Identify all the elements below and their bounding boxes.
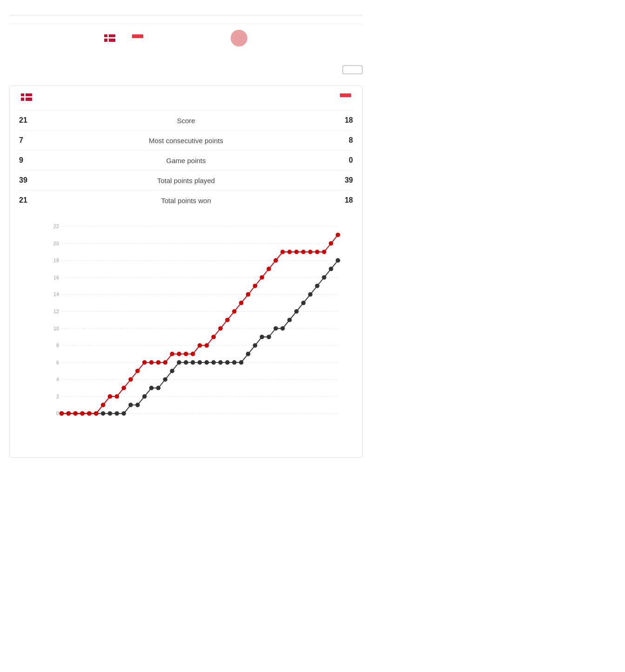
svg-point-84 bbox=[191, 352, 195, 356]
stat-label: Total points played bbox=[47, 177, 325, 184]
stat-label: Game points bbox=[47, 157, 325, 165]
tabs-container bbox=[303, 65, 363, 74]
svg-point-56 bbox=[280, 326, 285, 331]
table-header bbox=[9, 20, 363, 24]
svg-point-75 bbox=[128, 377, 133, 382]
stat-value-left: 39 bbox=[19, 176, 47, 184]
svg-text:20: 20 bbox=[53, 241, 59, 246]
svg-point-68 bbox=[80, 411, 85, 416]
svg-text:22: 22 bbox=[53, 224, 59, 229]
svg-point-34 bbox=[128, 403, 133, 408]
stat-value-right: 18 bbox=[325, 116, 353, 125]
svg-point-35 bbox=[135, 403, 140, 408]
stat-value-right: 18 bbox=[325, 196, 353, 204]
points-chart: 0246810121416182022 bbox=[38, 217, 353, 431]
stats-header-row bbox=[9, 65, 363, 82]
svg-point-86 bbox=[205, 343, 209, 348]
stat-value-left: 9 bbox=[19, 156, 47, 165]
stat-value-left: 21 bbox=[19, 116, 47, 125]
vs-badge bbox=[231, 30, 247, 46]
stat-row: 39 Total points played 39 bbox=[19, 170, 353, 190]
svg-text:16: 16 bbox=[53, 275, 59, 280]
stats-card: 21 Score 18 7 Most consecutive points 8 … bbox=[9, 86, 363, 458]
svg-point-71 bbox=[101, 403, 106, 408]
tab-game2[interactable] bbox=[342, 65, 363, 74]
score-container bbox=[223, 30, 316, 46]
svg-text:14: 14 bbox=[53, 291, 59, 297]
svg-text:0: 0 bbox=[56, 411, 59, 416]
tab-match[interactable] bbox=[303, 66, 323, 74]
svg-point-41 bbox=[177, 360, 181, 365]
stat-value-left: 7 bbox=[19, 136, 47, 145]
svg-point-49 bbox=[232, 360, 237, 365]
svg-point-50 bbox=[239, 360, 244, 365]
chart-container: 0246810121416182022 bbox=[19, 217, 353, 450]
svg-point-93 bbox=[253, 283, 258, 288]
svg-point-77 bbox=[142, 360, 147, 365]
svg-point-59 bbox=[301, 301, 306, 305]
svg-point-46 bbox=[212, 360, 216, 365]
stat-value-right: 0 bbox=[325, 156, 353, 165]
svg-point-62 bbox=[322, 275, 326, 280]
players-row bbox=[19, 93, 353, 106]
svg-point-91 bbox=[239, 301, 244, 305]
stat-value-left: 21 bbox=[19, 196, 47, 204]
svg-point-38 bbox=[156, 386, 161, 390]
svg-point-92 bbox=[246, 292, 251, 297]
svg-point-70 bbox=[94, 411, 99, 416]
svg-point-97 bbox=[280, 250, 285, 254]
svg-point-44 bbox=[198, 360, 202, 365]
svg-point-52 bbox=[253, 343, 258, 348]
svg-point-33 bbox=[121, 411, 126, 416]
svg-point-100 bbox=[301, 250, 306, 254]
svg-point-66 bbox=[66, 411, 71, 416]
svg-point-76 bbox=[135, 369, 140, 373]
svg-point-64 bbox=[336, 258, 340, 263]
svg-text:12: 12 bbox=[53, 309, 59, 314]
svg-text:6: 6 bbox=[56, 360, 59, 365]
stat-label: Most consecutive points bbox=[47, 137, 325, 145]
svg-text:4: 4 bbox=[56, 376, 59, 382]
tab-game1[interactable] bbox=[323, 66, 342, 74]
svg-point-98 bbox=[287, 250, 292, 254]
svg-point-32 bbox=[115, 411, 120, 416]
svg-point-85 bbox=[198, 343, 202, 348]
svg-point-65 bbox=[60, 411, 64, 416]
svg-point-53 bbox=[259, 335, 264, 339]
svg-point-39 bbox=[163, 377, 168, 382]
flag-singapore-icon bbox=[132, 34, 143, 42]
svg-point-101 bbox=[308, 250, 312, 254]
svg-text:2: 2 bbox=[56, 394, 59, 399]
svg-text:10: 10 bbox=[53, 326, 59, 331]
stat-row: 7 Most consecutive points 8 bbox=[19, 130, 353, 150]
player1-header bbox=[19, 93, 37, 101]
svg-point-45 bbox=[205, 360, 209, 365]
stat-value-right: 39 bbox=[325, 176, 353, 184]
svg-point-105 bbox=[336, 233, 340, 237]
svg-point-42 bbox=[184, 360, 188, 365]
svg-point-103 bbox=[322, 250, 326, 254]
svg-point-30 bbox=[101, 411, 106, 416]
flag-denmark-icon bbox=[104, 34, 115, 42]
stat-row: 21 Total points won 18 bbox=[19, 190, 353, 210]
stat-label: Total points won bbox=[47, 197, 325, 204]
svg-point-80 bbox=[163, 360, 168, 365]
match-row bbox=[9, 24, 363, 52]
svg-point-89 bbox=[225, 318, 230, 323]
svg-point-95 bbox=[266, 267, 271, 271]
svg-point-63 bbox=[329, 267, 333, 271]
svg-point-88 bbox=[218, 326, 223, 331]
svg-point-40 bbox=[170, 369, 174, 373]
svg-point-69 bbox=[87, 411, 92, 416]
svg-point-48 bbox=[225, 360, 230, 365]
stat-row: 21 Score 18 bbox=[19, 110, 353, 130]
svg-point-104 bbox=[329, 241, 333, 246]
player2-header bbox=[335, 93, 353, 101]
svg-point-57 bbox=[287, 318, 292, 323]
svg-point-37 bbox=[149, 386, 154, 390]
players-container bbox=[102, 34, 223, 42]
svg-point-60 bbox=[308, 292, 312, 297]
svg-point-79 bbox=[156, 360, 161, 365]
svg-point-83 bbox=[184, 352, 188, 356]
svg-point-82 bbox=[177, 352, 181, 356]
